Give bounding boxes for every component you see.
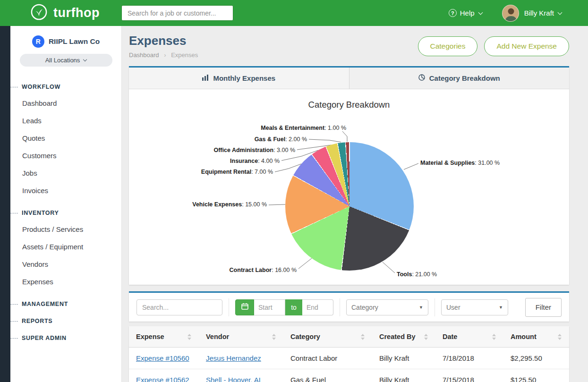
filter-button[interactable]: Filter <box>525 298 562 317</box>
sidebar: R RIIPL Lawn Co All Locations WORKFLOW D… <box>10 26 122 382</box>
expense-link[interactable]: Expense #10562 <box>136 376 189 382</box>
table-header-vendor[interactable]: Vendor <box>199 326 283 348</box>
sidebar-item-dashboard[interactable]: Dashboard <box>10 94 121 112</box>
sidebar-item-invoices[interactable]: Invoices <box>10 182 121 199</box>
calendar-icon <box>241 303 248 312</box>
pie-label-vehicle-expenses: Vehicle Expenses15.00 % <box>192 201 267 208</box>
calendar-button[interactable] <box>235 299 254 315</box>
category-select[interactable]: Category ▼ <box>346 299 428 315</box>
nav-section-reports[interactable]: REPORTS <box>10 318 121 324</box>
sidebar-item-quotes[interactable]: Quotes <box>10 129 121 147</box>
sort-icon <box>187 334 192 340</box>
user-menu[interactable]: Billy Kraft <box>502 5 562 22</box>
sort-icon <box>557 334 562 340</box>
nav-section-management[interactable]: MANAGEMENT <box>10 301 121 307</box>
pie-chart-area: Category Breakdown Material & Supplies31… <box>129 89 569 285</box>
brand-logo[interactable]: turfhop <box>30 3 100 23</box>
table-header-amount[interactable]: Amount <box>503 326 569 348</box>
date-end-input[interactable] <box>302 299 333 315</box>
category-cell: Contract Labor <box>283 348 372 369</box>
select-caret-icon: ▼ <box>419 305 423 310</box>
sidebar-nav: WORKFLOW Dashboard Leads Quotes Customer… <box>10 67 121 341</box>
sidebar-item-customers[interactable]: Customers <box>10 147 121 164</box>
pie-label-material-supplies: Material & Supplies31.00 % <box>420 160 500 166</box>
sort-icon <box>424 334 428 340</box>
tab-category-breakdown[interactable]: Category Breakdown <box>349 68 570 89</box>
category-cell: Gas & Fuel <box>283 369 372 382</box>
expense-link[interactable]: Expense #10560 <box>136 354 189 362</box>
breadcrumb-dashboard[interactable]: Dashboard <box>129 51 159 59</box>
created-by-cell: Billy Kraft <box>372 369 435 382</box>
nav-section-inventory: INVENTORY <box>10 210 121 216</box>
brand-name: turfhop <box>53 6 100 20</box>
location-label: All Locations <box>45 57 80 64</box>
tab-monthly-expenses[interactable]: Monthly Expenses <box>129 68 349 89</box>
nav-section-workflow: WORKFLOW <box>10 84 121 90</box>
help-menu[interactable]: ? Help <box>449 9 482 17</box>
table-header-category[interactable]: Category <box>283 326 372 348</box>
tab-category-label: Category Breakdown <box>429 74 500 82</box>
pie-chart[interactable] <box>285 142 414 271</box>
vendor-link[interactable]: Jesus Hernandez <box>206 354 261 362</box>
sort-icon <box>272 334 276 340</box>
sidebar-item-jobs[interactable]: Jobs <box>10 164 121 182</box>
user-name: Billy Kraft <box>524 9 554 17</box>
breadcrumb-current: Expenses <box>171 51 198 59</box>
location-selector[interactable]: All Locations <box>20 54 112 67</box>
breadcrumb: Dashboard › Expenses <box>129 51 198 59</box>
help-icon: ? <box>449 9 457 17</box>
add-new-expense-button[interactable]: Add New Expense <box>484 36 569 56</box>
page-title: Expenses <box>129 34 198 48</box>
sidebar-item-assets-equipment[interactable]: Assets / Equipment <box>10 238 121 255</box>
collapsed-nav-rail[interactable] <box>0 26 10 382</box>
help-label: Help <box>460 9 475 17</box>
pie-label-tools: Tools21.00 % <box>397 271 437 278</box>
chevron-down-icon <box>83 58 87 61</box>
date-start-input[interactable] <box>254 299 285 315</box>
table-header-created-by[interactable]: Created By <box>372 326 435 348</box>
table-header-row: Expense Vendor Category Created By Date … <box>129 326 569 348</box>
vendor-link[interactable]: Shell - Hoover, AL <box>206 376 263 382</box>
select-caret-icon: ▼ <box>499 305 503 310</box>
sort-icon <box>360 334 365 340</box>
sidebar-item-expenses[interactable]: Expenses <box>10 273 121 290</box>
pie-label-equipment-rental: Equipment Rental7.00 % <box>201 169 273 175</box>
sidebar-item-leads[interactable]: Leads <box>10 112 121 129</box>
main-content: Expenses Dashboard › Expenses Categories… <box>122 26 588 382</box>
sidebar-item-products-services[interactable]: Products / Services <box>10 221 121 238</box>
user-select-value: User <box>446 304 460 311</box>
global-search-input[interactable] <box>121 5 233 21</box>
pie-label-meals-entertainment: Meals & Entertainment1.00 % <box>261 125 346 131</box>
filter-divider <box>435 298 435 316</box>
chart-tabs: Monthly Expenses Category Breakdown <box>129 68 569 89</box>
pie-label-office-administration: Office Administration3.00 % <box>213 147 295 153</box>
created-by-cell: Billy Kraft <box>372 348 435 369</box>
table-row: Expense #10562 Shell - Hoover, AL Gas & … <box>129 369 569 382</box>
date-cell: 7/15/2018 <box>435 369 503 382</box>
company-block: R RIIPL Lawn Co All Locations <box>10 26 121 67</box>
pie-chart-icon <box>418 74 425 82</box>
sidebar-item-vendors[interactable]: Vendors <box>10 255 121 273</box>
user-select[interactable]: User ▼ <box>441 299 508 315</box>
page-header: Expenses Dashboard › Expenses Categories… <box>129 34 569 59</box>
date-cell: 7/18/2018 <box>435 348 503 369</box>
expenses-table-panel: Expense Vendor Category Created By Date … <box>129 326 569 382</box>
pie-label-contract-labor: Contract Labor16.00 % <box>230 267 297 273</box>
expenses-chart-panel: Monthly Expenses Category Breakdown Cate… <box>129 66 569 285</box>
pie-label-insurance: Insurance4.00 % <box>230 158 280 164</box>
nav-section-super-admin[interactable]: SUPER ADMIN <box>10 335 121 341</box>
chart-title: Category Breakdown <box>129 100 569 110</box>
table-header-expense[interactable]: Expense <box>129 326 199 348</box>
bar-chart-icon <box>202 74 209 82</box>
avatar <box>502 5 519 22</box>
company-selector[interactable]: R RIIPL Lawn Co <box>10 35 121 48</box>
date-to-label: to <box>285 299 302 315</box>
categories-button[interactable]: Categories <box>418 36 478 56</box>
tab-monthly-label: Monthly Expenses <box>213 74 275 82</box>
table-search-input[interactable] <box>136 299 222 315</box>
table-row: Expense #10560 Jesus Hernandez Contract … <box>129 348 569 369</box>
table-header-date[interactable]: Date <box>435 326 503 348</box>
filter-divider <box>340 298 340 316</box>
topbar-right: ? Help Billy Kraft <box>449 5 562 22</box>
category-select-value: Category <box>351 304 378 311</box>
